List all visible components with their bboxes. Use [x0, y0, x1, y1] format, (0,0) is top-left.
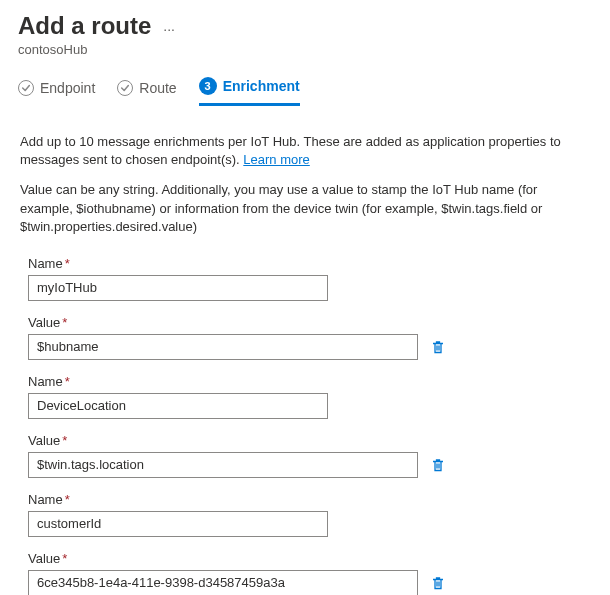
- description-2: Value can be any string. Additionally, y…: [20, 181, 588, 236]
- name-label: Name*: [28, 492, 588, 507]
- learn-more-link[interactable]: Learn more: [243, 152, 309, 167]
- enrichment-name-input[interactable]: [28, 393, 328, 419]
- description-1: Add up to 10 message enrichments per IoT…: [20, 133, 588, 169]
- check-icon: [18, 80, 34, 96]
- enrichments-form: Name* Value* Name* Value* Name* Value*: [20, 256, 588, 595]
- enrichment-name-input[interactable]: [28, 275, 328, 301]
- more-icon[interactable]: ···: [163, 15, 175, 37]
- value-label: Value*: [28, 551, 588, 566]
- enrichment-value-input[interactable]: [28, 452, 418, 478]
- value-label: Value*: [28, 315, 588, 330]
- enrichment-value-input[interactable]: [28, 334, 418, 360]
- tab-enrichment[interactable]: 3 Enrichment: [199, 77, 300, 106]
- hub-name: contosoHub: [18, 42, 592, 57]
- value-label: Value*: [28, 433, 588, 448]
- page-title: Add a route: [18, 12, 151, 40]
- delete-icon[interactable]: [428, 573, 448, 593]
- name-label: Name*: [28, 256, 588, 271]
- tab-label: Enrichment: [223, 78, 300, 94]
- step-number-icon: 3: [199, 77, 217, 95]
- tab-route[interactable]: Route: [117, 80, 176, 104]
- enrichment-value-input[interactable]: [28, 570, 418, 595]
- name-label: Name*: [28, 374, 588, 389]
- wizard-tabs: Endpoint Route 3 Enrichment: [18, 77, 592, 107]
- delete-icon[interactable]: [428, 337, 448, 357]
- tab-label: Endpoint: [40, 80, 95, 96]
- enrichment-name-input[interactable]: [28, 511, 328, 537]
- tab-endpoint[interactable]: Endpoint: [18, 80, 95, 104]
- check-icon: [117, 80, 133, 96]
- tab-label: Route: [139, 80, 176, 96]
- delete-icon[interactable]: [428, 455, 448, 475]
